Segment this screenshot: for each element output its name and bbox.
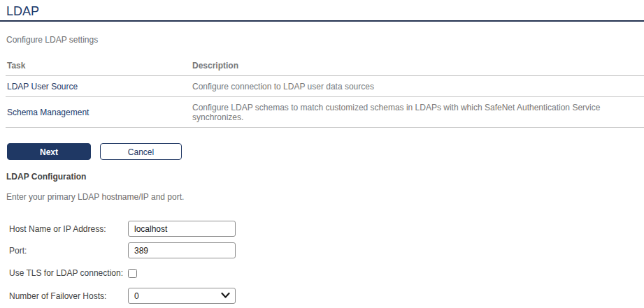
ldap-settings-page: LDAP Configure LDAP settings Task Descri… (0, 0, 644, 308)
ldap-config-form: Host Name or IP Address: Port: Use TLS f… (0, 221, 644, 308)
title-divider (0, 20, 644, 22)
field-label-failover: Number of Failover Hosts: (9, 291, 128, 301)
field-label-port: Port: (9, 246, 128, 256)
cancel-button[interactable]: Cancel (100, 143, 182, 160)
next-button[interactable]: Next (7, 143, 91, 160)
task-link-ldap-user-source[interactable]: LDAP User Source (7, 82, 78, 91)
table-row: LDAP User Source Configure connection to… (6, 76, 644, 97)
tls-checkbox[interactable] (128, 269, 137, 278)
failover-select-wrap: 0 (128, 288, 236, 304)
table-row: Schema Management Configure LDAP schemas… (6, 97, 644, 128)
field-label-hostname: Host Name or IP Address: (9, 224, 128, 234)
failover-select[interactable]: 0 (128, 288, 236, 304)
task-table: Task Description LDAP User Source Config… (6, 61, 644, 128)
section-heading: LDAP Configuration (6, 172, 644, 182)
column-header-task: Task (6, 61, 191, 76)
form-row-tls: Use TLS for LDAP connection: (0, 267, 644, 279)
form-row-hostname: Host Name or IP Address: (0, 221, 644, 237)
task-description: Configure connection to LDAP user data s… (192, 82, 374, 91)
hostname-input[interactable] (128, 221, 236, 237)
field-label-tls: Use TLS for LDAP connection: (9, 268, 128, 278)
section-instruction: Enter your primary LDAP hostname/IP and … (6, 192, 644, 202)
port-input[interactable] (128, 242, 236, 258)
form-row-port: Port: (0, 242, 644, 258)
table-header-row: Task Description (6, 61, 644, 76)
page-title: LDAP (0, 0, 644, 19)
button-row: Next Cancel (7, 143, 644, 160)
page-subtitle: Configure LDAP settings (6, 35, 644, 45)
task-link-schema-management[interactable]: Schema Management (7, 108, 89, 117)
form-row-failover: Number of Failover Hosts: 0 (0, 288, 644, 304)
task-description: Configure LDAP schemas to match customiz… (192, 103, 600, 122)
column-header-description: Description (191, 61, 644, 76)
